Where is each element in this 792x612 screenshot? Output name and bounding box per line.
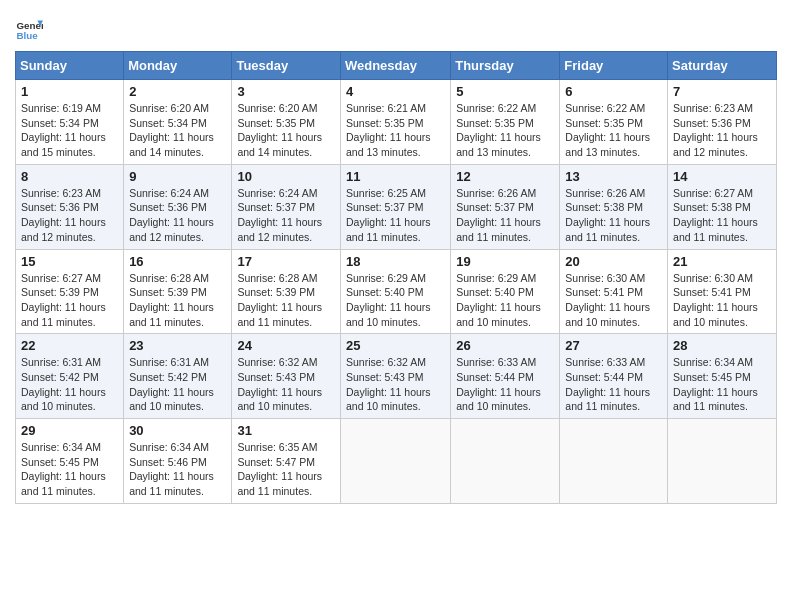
- weekday-header-friday: Friday: [560, 52, 668, 80]
- day-info: Sunrise: 6:34 AMSunset: 5:46 PMDaylight:…: [129, 440, 226, 499]
- calendar-cell: 1Sunrise: 6:19 AMSunset: 5:34 PMDaylight…: [16, 80, 124, 165]
- calendar-cell: 2Sunrise: 6:20 AMSunset: 5:34 PMDaylight…: [124, 80, 232, 165]
- calendar-cell: 28Sunrise: 6:34 AMSunset: 5:45 PMDayligh…: [668, 334, 777, 419]
- day-info: Sunrise: 6:33 AMSunset: 5:44 PMDaylight:…: [565, 355, 662, 414]
- day-info: Sunrise: 6:23 AMSunset: 5:36 PMDaylight:…: [21, 186, 118, 245]
- calendar-cell: 6Sunrise: 6:22 AMSunset: 5:35 PMDaylight…: [560, 80, 668, 165]
- day-number: 17: [237, 254, 335, 269]
- day-number: 16: [129, 254, 226, 269]
- calendar-cell: 10Sunrise: 6:24 AMSunset: 5:37 PMDayligh…: [232, 164, 341, 249]
- day-number: 5: [456, 84, 554, 99]
- day-number: 11: [346, 169, 445, 184]
- svg-text:Blue: Blue: [16, 30, 38, 41]
- calendar-cell: 20Sunrise: 6:30 AMSunset: 5:41 PMDayligh…: [560, 249, 668, 334]
- day-number: 31: [237, 423, 335, 438]
- day-info: Sunrise: 6:26 AMSunset: 5:38 PMDaylight:…: [565, 186, 662, 245]
- day-info: Sunrise: 6:22 AMSunset: 5:35 PMDaylight:…: [565, 101, 662, 160]
- day-number: 6: [565, 84, 662, 99]
- day-number: 29: [21, 423, 118, 438]
- day-info: Sunrise: 6:23 AMSunset: 5:36 PMDaylight:…: [673, 101, 771, 160]
- day-number: 15: [21, 254, 118, 269]
- day-number: 19: [456, 254, 554, 269]
- day-info: Sunrise: 6:35 AMSunset: 5:47 PMDaylight:…: [237, 440, 335, 499]
- calendar-cell: 8Sunrise: 6:23 AMSunset: 5:36 PMDaylight…: [16, 164, 124, 249]
- day-info: Sunrise: 6:28 AMSunset: 5:39 PMDaylight:…: [237, 271, 335, 330]
- day-number: 22: [21, 338, 118, 353]
- day-info: Sunrise: 6:24 AMSunset: 5:37 PMDaylight:…: [237, 186, 335, 245]
- calendar-cell: [560, 419, 668, 504]
- day-info: Sunrise: 6:31 AMSunset: 5:42 PMDaylight:…: [129, 355, 226, 414]
- day-number: 1: [21, 84, 118, 99]
- weekday-header-saturday: Saturday: [668, 52, 777, 80]
- day-number: 8: [21, 169, 118, 184]
- calendar-cell: 27Sunrise: 6:33 AMSunset: 5:44 PMDayligh…: [560, 334, 668, 419]
- calendar-cell: [340, 419, 450, 504]
- day-number: 10: [237, 169, 335, 184]
- day-number: 7: [673, 84, 771, 99]
- calendar-cell: 9Sunrise: 6:24 AMSunset: 5:36 PMDaylight…: [124, 164, 232, 249]
- day-info: Sunrise: 6:31 AMSunset: 5:42 PMDaylight:…: [21, 355, 118, 414]
- calendar-cell: 7Sunrise: 6:23 AMSunset: 5:36 PMDaylight…: [668, 80, 777, 165]
- day-number: 23: [129, 338, 226, 353]
- day-number: 28: [673, 338, 771, 353]
- weekday-header-thursday: Thursday: [451, 52, 560, 80]
- calendar-cell: 15Sunrise: 6:27 AMSunset: 5:39 PMDayligh…: [16, 249, 124, 334]
- day-info: Sunrise: 6:27 AMSunset: 5:38 PMDaylight:…: [673, 186, 771, 245]
- calendar-cell: 14Sunrise: 6:27 AMSunset: 5:38 PMDayligh…: [668, 164, 777, 249]
- day-info: Sunrise: 6:21 AMSunset: 5:35 PMDaylight:…: [346, 101, 445, 160]
- day-info: Sunrise: 6:29 AMSunset: 5:40 PMDaylight:…: [346, 271, 445, 330]
- day-number: 20: [565, 254, 662, 269]
- day-number: 12: [456, 169, 554, 184]
- day-number: 30: [129, 423, 226, 438]
- weekday-header-tuesday: Tuesday: [232, 52, 341, 80]
- calendar-cell: 31Sunrise: 6:35 AMSunset: 5:47 PMDayligh…: [232, 419, 341, 504]
- calendar-cell: 18Sunrise: 6:29 AMSunset: 5:40 PMDayligh…: [340, 249, 450, 334]
- day-number: 26: [456, 338, 554, 353]
- day-info: Sunrise: 6:32 AMSunset: 5:43 PMDaylight:…: [346, 355, 445, 414]
- calendar-cell: 26Sunrise: 6:33 AMSunset: 5:44 PMDayligh…: [451, 334, 560, 419]
- calendar-cell: 25Sunrise: 6:32 AMSunset: 5:43 PMDayligh…: [340, 334, 450, 419]
- day-info: Sunrise: 6:28 AMSunset: 5:39 PMDaylight:…: [129, 271, 226, 330]
- calendar-cell: 17Sunrise: 6:28 AMSunset: 5:39 PMDayligh…: [232, 249, 341, 334]
- calendar-cell: 24Sunrise: 6:32 AMSunset: 5:43 PMDayligh…: [232, 334, 341, 419]
- calendar-cell: 22Sunrise: 6:31 AMSunset: 5:42 PMDayligh…: [16, 334, 124, 419]
- calendar-cell: 5Sunrise: 6:22 AMSunset: 5:35 PMDaylight…: [451, 80, 560, 165]
- calendar-cell: 29Sunrise: 6:34 AMSunset: 5:45 PMDayligh…: [16, 419, 124, 504]
- day-number: 13: [565, 169, 662, 184]
- day-info: Sunrise: 6:30 AMSunset: 5:41 PMDaylight:…: [565, 271, 662, 330]
- weekday-header-wednesday: Wednesday: [340, 52, 450, 80]
- day-info: Sunrise: 6:33 AMSunset: 5:44 PMDaylight:…: [456, 355, 554, 414]
- calendar-cell: 21Sunrise: 6:30 AMSunset: 5:41 PMDayligh…: [668, 249, 777, 334]
- calendar-cell: 19Sunrise: 6:29 AMSunset: 5:40 PMDayligh…: [451, 249, 560, 334]
- day-info: Sunrise: 6:29 AMSunset: 5:40 PMDaylight:…: [456, 271, 554, 330]
- logo: General Blue: [15, 15, 47, 43]
- day-info: Sunrise: 6:32 AMSunset: 5:43 PMDaylight:…: [237, 355, 335, 414]
- day-number: 3: [237, 84, 335, 99]
- day-info: Sunrise: 6:19 AMSunset: 5:34 PMDaylight:…: [21, 101, 118, 160]
- day-info: Sunrise: 6:27 AMSunset: 5:39 PMDaylight:…: [21, 271, 118, 330]
- day-number: 24: [237, 338, 335, 353]
- calendar-cell: 11Sunrise: 6:25 AMSunset: 5:37 PMDayligh…: [340, 164, 450, 249]
- day-number: 9: [129, 169, 226, 184]
- calendar-cell: 16Sunrise: 6:28 AMSunset: 5:39 PMDayligh…: [124, 249, 232, 334]
- weekday-header-sunday: Sunday: [16, 52, 124, 80]
- calendar-cell: 3Sunrise: 6:20 AMSunset: 5:35 PMDaylight…: [232, 80, 341, 165]
- calendar-cell: 12Sunrise: 6:26 AMSunset: 5:37 PMDayligh…: [451, 164, 560, 249]
- day-number: 18: [346, 254, 445, 269]
- day-info: Sunrise: 6:24 AMSunset: 5:36 PMDaylight:…: [129, 186, 226, 245]
- calendar-cell: 23Sunrise: 6:31 AMSunset: 5:42 PMDayligh…: [124, 334, 232, 419]
- day-info: Sunrise: 6:22 AMSunset: 5:35 PMDaylight:…: [456, 101, 554, 160]
- day-info: Sunrise: 6:34 AMSunset: 5:45 PMDaylight:…: [21, 440, 118, 499]
- day-info: Sunrise: 6:26 AMSunset: 5:37 PMDaylight:…: [456, 186, 554, 245]
- header: General Blue: [15, 15, 777, 43]
- calendar-table: SundayMondayTuesdayWednesdayThursdayFrid…: [15, 51, 777, 504]
- day-number: 25: [346, 338, 445, 353]
- day-info: Sunrise: 6:25 AMSunset: 5:37 PMDaylight:…: [346, 186, 445, 245]
- day-info: Sunrise: 6:20 AMSunset: 5:35 PMDaylight:…: [237, 101, 335, 160]
- calendar-cell: 13Sunrise: 6:26 AMSunset: 5:38 PMDayligh…: [560, 164, 668, 249]
- day-info: Sunrise: 6:34 AMSunset: 5:45 PMDaylight:…: [673, 355, 771, 414]
- day-number: 14: [673, 169, 771, 184]
- weekday-header-monday: Monday: [124, 52, 232, 80]
- calendar-cell: [451, 419, 560, 504]
- day-info: Sunrise: 6:30 AMSunset: 5:41 PMDaylight:…: [673, 271, 771, 330]
